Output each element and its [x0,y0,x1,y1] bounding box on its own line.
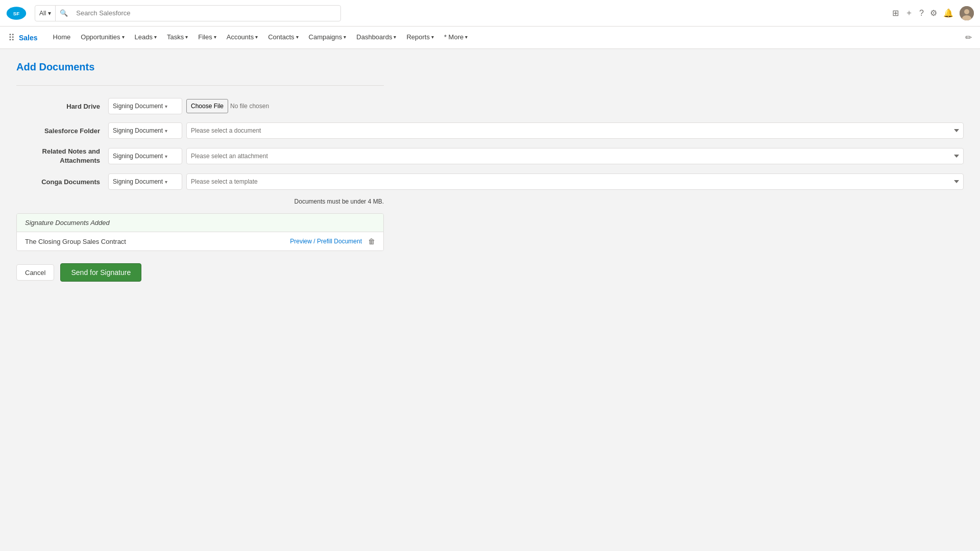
chevron-down-icon: ▾ [165,104,167,109]
app-name: Sales [19,34,38,42]
nav-dashboards-label: Dashboards [356,33,392,41]
related-notes-label: Related Notes andAttachments [16,147,108,165]
svg-text:SF: SF [13,11,19,16]
related-notes-controls: Signing Document ▾ Please select an atta… [108,148,964,164]
chevron-down-icon: ▾ [122,34,125,40]
nav-more-label: * More [444,33,463,41]
delete-icon[interactable]: 🗑 [368,237,375,245]
nav-edit-icon[interactable]: ✏ [965,33,972,42]
nav-home-label: Home [53,33,71,41]
svg-point-3 [964,9,969,14]
related-notes-doc-type-select[interactable]: Signing Document ▾ [108,148,182,164]
chevron-down-icon: ▾ [165,154,167,159]
page-content: Add Documents Hard Drive Signing Documen… [0,49,980,294]
nav-item-tasks[interactable]: Tasks ▾ [162,27,193,49]
form-row-related-notes: Related Notes andAttachments Signing Doc… [16,147,964,165]
conga-doc-type-label: Signing Document [113,178,163,185]
plus-icon[interactable]: ＋ [905,8,913,18]
search-icon: 🔍 [56,9,72,17]
preview-prefill-link[interactable]: Preview / Prefill Document [290,238,362,245]
file-no-chosen-label: No file chosen [230,103,269,110]
form-row-salesforce-folder: Salesforce Folder Signing Document ▾ Ple… [16,122,964,139]
salesforce-folder-label: Salesforce Folder [16,127,108,135]
sf-folder-doc-type-select[interactable]: Signing Document ▾ [108,122,182,139]
salesforce-logo[interactable]: SF [6,6,27,20]
nav-item-leads[interactable]: Leads ▾ [130,27,162,49]
signature-doc-row: The Closing Group Sales Contract Preview… [17,232,383,251]
nav-item-more[interactable]: * More ▾ [439,27,473,49]
nav-item-campaigns[interactable]: Campaigns ▾ [304,27,352,49]
nav-files-label: Files [198,33,212,41]
nav-item-contacts[interactable]: Contacts ▾ [263,27,303,49]
nav-item-files[interactable]: Files ▾ [193,27,221,49]
signature-docs-header: Signature Documents Added [17,214,383,232]
hard-drive-doc-type-select[interactable]: Signing Document ▾ [108,98,182,114]
nav-opportunities-label: Opportunities [81,33,120,41]
nav-tasks-label: Tasks [167,33,184,41]
nav-accounts-label: Accounts [227,33,254,41]
nav-item-home[interactable]: Home [48,27,76,49]
choose-file-button[interactable]: Choose File [186,99,228,113]
form-row-conga: Conga Documents Signing Document ▾ Pleas… [16,173,964,190]
chevron-down-icon: ▾ [431,34,434,40]
nav-contacts-label: Contacts [268,33,294,41]
search-all-label: All [39,10,46,17]
bell-icon[interactable]: 🔔 [943,8,953,18]
hard-drive-doc-type-label: Signing Document [113,103,163,110]
signature-docs-section: Signature Documents Added The Closing Gr… [16,213,384,251]
file-input-wrapper: Choose File No file chosen [186,99,964,113]
documents-note: Documents must be under 4 MB. [16,198,384,205]
chevron-down-icon: ▾ [344,34,346,40]
chevron-down-icon: ▾ [394,34,396,40]
search-input[interactable] [72,9,340,17]
chevron-down-icon: ▾ [165,128,167,134]
chevron-down-icon: ▾ [255,34,258,40]
chevron-down-icon: ▾ [296,34,299,40]
page-divider [16,85,384,86]
nav-item-reports[interactable]: Reports ▾ [401,27,439,49]
cancel-button[interactable]: Cancel [16,264,54,281]
nav-reports-label: Reports [406,33,430,41]
signature-doc-name: The Closing Group Sales Contract [25,238,290,245]
chevron-down-icon: ▾ [185,34,188,40]
chevron-down-icon: ▾ [214,34,216,40]
salesforce-folder-controls: Signing Document ▾ Please select a docum… [108,122,964,139]
nav-campaigns-label: Campaigns [309,33,342,41]
chevron-down-icon: ▾ [465,34,468,40]
nav-item-opportunities[interactable]: Opportunities ▾ [76,27,129,49]
search-all-button[interactable]: All ▾ [35,6,56,21]
hard-drive-label: Hard Drive [16,103,108,110]
chevron-down-icon: ▾ [154,34,157,40]
related-notes-attachment-select[interactable]: Please select an attachment [186,148,964,164]
chevron-down-icon: ▾ [48,10,51,17]
hard-drive-controls: Signing Document ▾ Choose File No file c… [108,98,964,114]
help-icon[interactable]: ? [919,9,924,18]
sf-folder-doc-type-label: Signing Document [113,127,163,134]
avatar[interactable] [960,6,974,20]
sf-folder-document-select[interactable]: Please select a document [186,122,964,139]
form-row-hard-drive: Hard Drive Signing Document ▾ Choose Fil… [16,98,964,114]
nav-leads-label: Leads [135,33,153,41]
view-toggle-icon[interactable]: ⊞ [892,8,899,18]
app-launcher-icon[interactable]: ⠿ [8,32,15,43]
nav-item-accounts[interactable]: Accounts ▾ [222,27,263,49]
conga-doc-type-select[interactable]: Signing Document ▾ [108,173,182,190]
gear-icon[interactable]: ⚙ [930,8,937,18]
chevron-down-icon: ▾ [165,179,167,185]
page-title: Add Documents [16,61,964,73]
navbar: ⠿ Sales Home Opportunities ▾ Leads ▾ Tas… [0,27,980,49]
related-notes-doc-type-label: Signing Document [113,153,163,160]
conga-label: Conga Documents [16,178,108,186]
search-area: All ▾ 🔍 [35,5,341,21]
signature-doc-actions: Preview / Prefill Document 🗑 [290,237,375,245]
button-row: Cancel Send for Signature [16,263,964,282]
topbar: SF All ▾ 🔍 ⊞ ＋ ? ⚙ 🔔 [0,0,980,27]
conga-controls: Signing Document ▾ Please select a templ… [108,173,964,190]
conga-template-select[interactable]: Please select a template [186,173,964,190]
topbar-icons: ⊞ ＋ ? ⚙ 🔔 [892,6,974,20]
nav-item-dashboards[interactable]: Dashboards ▾ [351,27,401,49]
send-for-signature-button[interactable]: Send for Signature [60,263,141,282]
